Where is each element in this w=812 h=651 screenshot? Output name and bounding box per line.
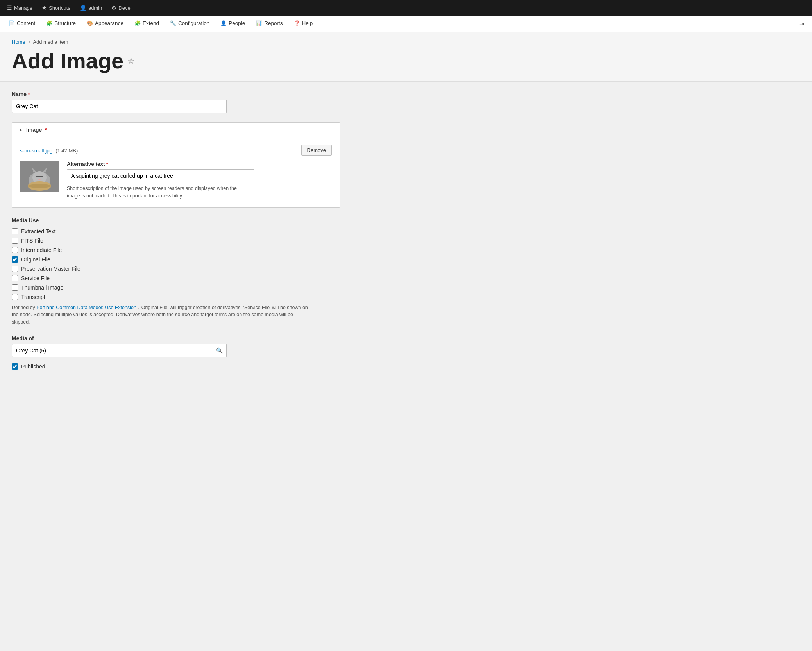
media-use-checkboxes: Extracted Text FITS File Intermediate Fi… xyxy=(12,228,340,300)
nav-configuration[interactable]: 🔧 Configuration xyxy=(165,16,215,31)
star-icon: ★ xyxy=(42,5,47,11)
nav-help[interactable]: ❓ Help xyxy=(288,16,318,31)
alt-text-area: Alternative text * Short description of … xyxy=(67,161,332,200)
name-input[interactable] xyxy=(12,100,227,113)
alt-text-input[interactable] xyxy=(67,169,254,182)
remove-button[interactable]: Remove xyxy=(301,145,332,156)
checkbox-thumbnail[interactable]: Thumbnail Image xyxy=(12,284,340,291)
intermediate-file-checkbox[interactable] xyxy=(12,247,18,253)
service-file-checkbox[interactable] xyxy=(12,275,18,281)
published-checkbox[interactable] xyxy=(12,363,18,370)
nav-extend[interactable]: 🧩 Extend xyxy=(129,16,165,31)
name-field-group: Name* xyxy=(12,91,340,113)
page-title-row: Add Image ☆ xyxy=(12,48,800,73)
checkbox-preservation-master[interactable]: Preservation Master File xyxy=(12,266,340,272)
breadcrumb-home[interactable]: Home xyxy=(12,39,25,45)
main-nav: 📄 Content 🧩 Structure 🎨 Appearance 🧩 Ext… xyxy=(0,16,812,32)
favorite-icon[interactable]: ☆ xyxy=(127,56,134,66)
preservation-master-checkbox[interactable] xyxy=(12,266,18,272)
extend-icon: 🧩 xyxy=(134,20,141,26)
user-icon: 👤 xyxy=(80,5,86,11)
published-row: Published xyxy=(12,363,340,370)
file-info-row: sam-small.jpg (1.42 MB) Remove xyxy=(20,145,332,156)
shortcuts-menu[interactable]: ★ Shortcuts xyxy=(38,2,74,13)
file-link[interactable]: sam-small.jpg xyxy=(20,148,52,154)
name-label: Name* xyxy=(12,91,340,97)
nav-content[interactable]: 📄 Content xyxy=(3,16,41,31)
file-info-left: sam-small.jpg (1.42 MB) xyxy=(20,147,78,154)
media-of-input[interactable] xyxy=(12,344,227,357)
pcdm-link[interactable]: Portland Common Data Model: Use Extensio… xyxy=(36,305,136,310)
image-section-header[interactable]: ▲ Image * xyxy=(12,123,340,137)
image-section-body: sam-small.jpg (1.42 MB) Remove xyxy=(12,137,340,207)
admin-bar: ☰ Manage ★ Shortcuts 👤 admin ⚙ Devel xyxy=(0,0,812,16)
image-section: ▲ Image * sam-small.jpg (1.42 MB) Remove xyxy=(12,122,340,208)
reports-icon: 📊 xyxy=(256,20,262,26)
checkbox-original-file[interactable]: Original File xyxy=(12,256,340,263)
gear-icon: ⚙ xyxy=(111,5,116,11)
file-size: (1.42 MB) xyxy=(55,148,78,154)
help-icon: ❓ xyxy=(294,20,300,26)
media-of-label: Media of xyxy=(12,335,340,342)
nav-appearance[interactable]: 🎨 Appearance xyxy=(81,16,129,31)
media-of-input-wrap: 🔍 xyxy=(12,344,227,357)
thumbnail-checkbox[interactable] xyxy=(12,284,18,291)
published-label: Published xyxy=(21,363,45,370)
manage-menu[interactable]: ☰ Manage xyxy=(3,2,36,13)
configuration-icon: 🔧 xyxy=(170,20,176,26)
structure-icon: 🧩 xyxy=(46,20,52,26)
admin-user[interactable]: 👤 admin xyxy=(76,2,106,13)
image-thumbnail xyxy=(20,161,59,192)
content-icon: 📄 xyxy=(9,20,15,26)
checkbox-intermediate-file[interactable]: Intermediate File xyxy=(12,247,340,253)
breadcrumb: Home > Add media item xyxy=(12,39,800,45)
breadcrumb-separator: > xyxy=(28,39,31,45)
checkbox-fits-file[interactable]: FITS File xyxy=(12,238,340,244)
page-header: Home > Add media item Add Image ☆ xyxy=(0,32,812,82)
page-title: Add Image xyxy=(12,48,123,73)
nav-people[interactable]: 👤 People xyxy=(215,16,250,31)
fits-file-checkbox[interactable] xyxy=(12,238,18,244)
devel-menu[interactable]: ⚙ Devel xyxy=(107,2,135,13)
appearance-icon: 🎨 xyxy=(87,20,93,26)
transcript-checkbox[interactable] xyxy=(12,294,18,300)
people-icon: 👤 xyxy=(220,20,227,26)
collapse-icon: ▲ xyxy=(18,127,23,132)
checkbox-service-file[interactable]: Service File xyxy=(12,275,340,281)
image-alt-row: Alternative text * Short description of … xyxy=(20,161,332,200)
defined-by-text: Defined by Portland Common Data Model: U… xyxy=(12,304,309,326)
breadcrumb-current: Add media item xyxy=(33,39,68,45)
checkbox-extracted-text[interactable]: Extracted Text xyxy=(12,228,340,234)
original-file-checkbox[interactable] xyxy=(12,256,18,263)
alt-text-description: Short description of the image used by s… xyxy=(67,185,247,200)
nav-toggle[interactable]: ⇥ xyxy=(795,17,809,31)
svg-point-9 xyxy=(28,184,51,188)
nav-structure[interactable]: 🧩 Structure xyxy=(41,16,81,31)
extracted-text-checkbox[interactable] xyxy=(12,228,18,234)
content-area: Name* ▲ Image * sam-small.jpg (1.42 MB) … xyxy=(0,82,352,379)
alt-text-label: Alternative text * xyxy=(67,161,332,167)
nav-reports[interactable]: 📊 Reports xyxy=(250,16,288,31)
media-of-section: Media of 🔍 xyxy=(12,335,340,357)
media-use-title: Media Use xyxy=(12,217,340,224)
checkbox-transcript[interactable]: Transcript xyxy=(12,294,340,300)
media-use-section: Media Use Extracted Text FITS File Inter… xyxy=(12,217,340,326)
menu-icon: ☰ xyxy=(7,5,12,11)
